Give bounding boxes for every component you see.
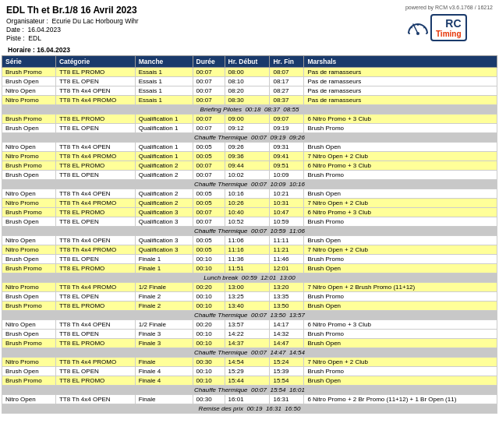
cell-fin: 09:31: [270, 143, 304, 152]
special-row-briefing: Briefing Pilotes 00:18 08:37 08:55: [2, 105, 497, 115]
cell-serie: Brush Promo: [2, 208, 56, 217]
cell-categorie: TT8 EL OPEN: [55, 77, 135, 86]
cell-marshals: Brush Open: [304, 376, 497, 386]
powered-by: powered by RCM v3.6.1768 / 16212: [405, 5, 493, 10]
cell-manche: 1/2 Finale: [135, 283, 193, 292]
cell-debut: 14:37: [225, 339, 270, 348]
cell-marshals: Brush Open: [304, 143, 497, 152]
cell-categorie: TT8 EL PROMO: [55, 68, 135, 77]
cell-serie: Brush Open: [2, 292, 56, 302]
cell-serie: Brush Promo: [2, 264, 56, 273]
table-row: Nitro PromoTT8 Th 4x4 PROMOQualification…: [2, 245, 497, 255]
cell-manche: Finale 4: [135, 376, 193, 386]
cell-manche: Qualification 2: [135, 171, 193, 180]
col-marshals: Marshals: [304, 56, 497, 68]
table-row: Nitro OpenTT8 Th 4x4 OPEN1/2 Finale00:20…: [2, 320, 497, 330]
cell-duree: 00:20: [193, 320, 225, 330]
cell-manche: Qualification 2: [135, 161, 193, 171]
cell-fin: 08:07: [270, 68, 304, 77]
cell-debut: 13:00: [225, 283, 270, 292]
cell-categorie: TT8 EL OPEN: [55, 217, 135, 227]
cell-marshals: Brush Promo: [304, 367, 497, 376]
cell-fin: 10:31: [270, 199, 304, 208]
cell-debut: 14:54: [225, 358, 270, 367]
cell-manche: Finale 2: [135, 302, 193, 311]
cell-categorie: TT8 Th 4x4 PROMO: [55, 245, 135, 255]
cell-categorie: TT8 EL PROMO: [55, 302, 135, 311]
cell-duree: 00:07: [193, 161, 225, 171]
table-row: Nitro PromoTT8 Th 4x4 PROMOEssais 100:07…: [2, 96, 497, 105]
cell-manche: Finale 4: [135, 367, 193, 376]
special-row-lunch: Lunch break 00:59 12:01 13:00: [2, 273, 497, 283]
cell-duree: 00:10: [193, 330, 225, 339]
cell-fin: 09:19: [270, 124, 304, 133]
table-row: Brush PromoTT8 EL PROMOFinale 200:1013:4…: [2, 302, 497, 311]
cell-serie: Nitro Promo: [2, 199, 56, 208]
cell-duree: 00:07: [193, 96, 225, 105]
table-row: Chauffe Thermique 00:07 09:19 09:26: [2, 133, 497, 143]
cell-fin: 09:07: [270, 115, 304, 124]
cell-manche: Essais 1: [135, 86, 193, 96]
cell-marshals: 6 Nitro Promo + 2 Br Promo (11+12) + 1 B…: [304, 395, 497, 404]
table-row: Brush PromoTT8 EL PROMOFinale 400:1015:4…: [2, 376, 497, 386]
cell-duree: 00:10: [193, 292, 225, 302]
cell-serie: Brush Promo: [2, 302, 56, 311]
cell-duree: 00:05: [193, 199, 225, 208]
top-left: EDL Th et Br.1/8 16 Avril 2023 Organisat…: [6, 5, 139, 43]
cell-duree: 00:10: [193, 302, 225, 311]
cell-debut: 10:40: [225, 208, 270, 217]
cell-categorie: TT8 Th 4x4 PROMO: [55, 96, 135, 105]
cell-categorie: TT8 Th 4x4 OPEN: [55, 236, 135, 245]
cell-manche: Essais 1: [135, 77, 193, 86]
cell-duree: 00:05: [193, 152, 225, 161]
cell-debut: 08:20: [225, 86, 270, 96]
piste-value: EDL: [28, 34, 41, 42]
cell-manche: Finale 3: [135, 330, 193, 339]
col-duree: Durée: [193, 56, 225, 68]
cell-marshals: Brush Promo: [304, 124, 497, 133]
cell-duree: 00:05: [193, 236, 225, 245]
table-row: Chauffe Thermique 00:07 10:09 10:16: [2, 180, 497, 189]
cell-debut: 10:26: [225, 199, 270, 208]
cell-fin: 13:50: [270, 302, 304, 311]
table-row: Nitro PromoTT8 Th 4x4 PROMO1/2 Finale00:…: [2, 283, 497, 292]
page-title: EDL Th et Br.1/8 16 Avril 2023: [6, 5, 139, 16]
cell-categorie: TT8 EL PROMO: [55, 161, 135, 171]
date-label: Date :: [6, 26, 24, 34]
cell-serie: Brush Promo: [2, 339, 56, 348]
table-row: Remise des prix 00:19 16:31 16:50: [2, 404, 497, 414]
cell-fin: 14:47: [270, 339, 304, 348]
cell-manche: Qualification 2: [135, 199, 193, 208]
cell-debut: 09:26: [225, 143, 270, 152]
cell-fin: 15:24: [270, 358, 304, 367]
cell-serie: Nitro Open: [2, 395, 56, 404]
cell-marshals: Brush Open: [304, 189, 497, 199]
cell-manche: Qualification 3: [135, 245, 193, 255]
cell-duree: 00:07: [193, 171, 225, 180]
cell-fin: 11:11: [270, 236, 304, 245]
cell-duree: 00:10: [193, 255, 225, 264]
cell-marshals: 6 Nitro Promo + 3 Club: [304, 161, 497, 171]
table-row: Brush OpenTT8 EL OPENQualification 100:0…: [2, 124, 497, 133]
cell-marshals: Brush Promo: [304, 330, 497, 339]
cell-duree: 00:30: [193, 358, 225, 367]
table-row: Nitro OpenTT8 Th 4x4 OPENQualification 1…: [2, 143, 497, 152]
cell-fin: 10:47: [270, 208, 304, 217]
cell-debut: 16:01: [225, 395, 270, 404]
cell-serie: Nitro Open: [2, 143, 56, 152]
cell-marshals: Brush Open: [304, 302, 497, 311]
cell-serie: Brush Open: [2, 171, 56, 180]
cell-duree: 00:10: [193, 367, 225, 376]
cell-duree: 00:05: [193, 143, 225, 152]
cell-debut: 08:10: [225, 77, 270, 86]
cell-marshals: 7 Nitro Open + 2 Club: [304, 152, 497, 161]
table-row: Nitro PromoTT8 Th 4x4 PROMOQualification…: [2, 199, 497, 208]
cell-marshals: 7 Nitro Open + 2 Club: [304, 199, 497, 208]
cell-marshals: Brush Promo: [304, 255, 497, 264]
cell-debut: 10:52: [225, 217, 270, 227]
cell-manche: Qualification 1: [135, 152, 193, 161]
table-row: Chauffe Thermique 00:07 10:59 11:06: [2, 227, 497, 236]
cell-debut: 09:36: [225, 152, 270, 161]
cell-manche: Essais 1: [135, 96, 193, 105]
cell-debut: 08:00: [225, 68, 270, 77]
